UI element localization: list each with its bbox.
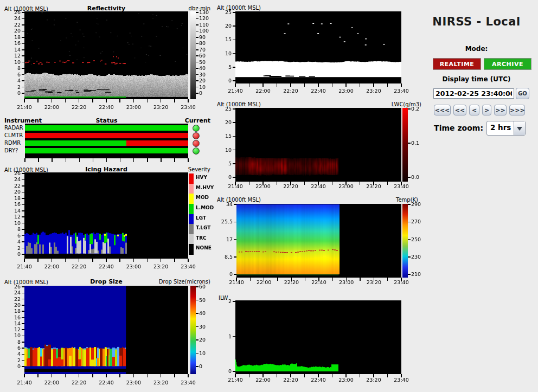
display-time-input[interactable] bbox=[433, 88, 514, 99]
colorbar-tick bbox=[196, 12, 198, 13]
x-axis-tick bbox=[106, 259, 107, 262]
y-axis-label: 10 bbox=[3, 220, 21, 226]
status-axis-tick bbox=[120, 158, 121, 162]
y-axis-tick bbox=[22, 323, 24, 324]
realtime-button[interactable]: REALTIME bbox=[433, 58, 481, 70]
archive-button[interactable]: ARCHIVE bbox=[484, 58, 531, 70]
colorbar-tick-label: 230 bbox=[411, 254, 421, 260]
nav-step-back-button[interactable]: < bbox=[469, 105, 479, 115]
x-axis-tick bbox=[345, 374, 347, 377]
x-axis-tick bbox=[174, 99, 175, 102]
time-zoom-label: Time zoom: bbox=[415, 124, 483, 132]
y-axis-label: 5 bbox=[214, 160, 232, 166]
x-axis-label: 22:20 bbox=[70, 104, 88, 110]
colorbar-tick-label: 80 bbox=[199, 40, 206, 46]
y-axis-tick bbox=[22, 360, 24, 361]
y-axis-label: 6 bbox=[3, 72, 21, 78]
time-zoom-dropdown[interactable]: 2 hrs bbox=[486, 121, 526, 136]
y-axis-tick bbox=[233, 67, 235, 68]
x-axis-tick bbox=[52, 374, 53, 377]
x-axis-label: 21:40 bbox=[15, 264, 34, 269]
y-axis-tick bbox=[22, 311, 24, 312]
icing-colorbar-label: Severity bbox=[156, 166, 210, 172]
status-axis-tick bbox=[24, 158, 25, 162]
colorbar-tick bbox=[196, 43, 198, 44]
y-axis-tick bbox=[234, 274, 236, 275]
colorbar bbox=[190, 11, 196, 99]
x-axis-tick bbox=[65, 259, 66, 262]
x-axis-tick bbox=[401, 278, 402, 281]
colorbar-tick-label: 250 bbox=[411, 236, 421, 242]
y-axis-label: 16 bbox=[3, 40, 21, 46]
colorbar-tick-label: 0 bbox=[199, 363, 202, 369]
x-axis-tick bbox=[92, 99, 93, 102]
colorbar-tick bbox=[408, 256, 411, 258]
y-axis-tick bbox=[22, 198, 24, 199]
go-button[interactable]: GO bbox=[516, 88, 529, 99]
status-axis-tick bbox=[106, 158, 107, 162]
x-axis-label: 22:00 bbox=[42, 380, 61, 385]
y-axis-tick bbox=[233, 53, 235, 54]
severity-segment bbox=[189, 234, 194, 245]
nav-forward-button[interactable]: >> bbox=[494, 105, 507, 115]
severity-label: L.MOD bbox=[196, 205, 214, 210]
time-nav-buttons: <<< << < > >> >>> bbox=[434, 105, 527, 115]
x-axis-tick bbox=[106, 374, 107, 377]
x-axis-tick bbox=[262, 374, 264, 377]
x-axis-tick bbox=[387, 374, 388, 377]
y-axis-tick bbox=[22, 336, 24, 337]
x-axis-tick bbox=[174, 374, 175, 377]
y-axis-label: 8 bbox=[3, 65, 21, 71]
icing-plot bbox=[24, 172, 188, 259]
x-axis-tick bbox=[277, 278, 278, 281]
x-axis-tick bbox=[92, 374, 93, 377]
y-axis-label: 24 bbox=[3, 290, 21, 295]
colorbar-tick bbox=[196, 24, 198, 25]
y-axis-tick bbox=[22, 18, 24, 20]
y-axis-label: 10 bbox=[3, 59, 21, 65]
colorbar-tick-label: 60 bbox=[199, 53, 206, 59]
status-axis-tick bbox=[79, 158, 80, 162]
x-axis-tick bbox=[332, 278, 334, 281]
y-axis-tick bbox=[233, 25, 235, 27]
status-axis-tick bbox=[161, 158, 162, 162]
colorbar-tick bbox=[196, 326, 198, 327]
colorbar-tick-label: 30 bbox=[199, 72, 206, 78]
colorbar-tick-label: 0.1 bbox=[411, 140, 419, 146]
colorbar-tick-label: 70 bbox=[199, 47, 206, 53]
x-axis-tick bbox=[262, 83, 264, 87]
status-axis-tick bbox=[52, 158, 53, 162]
y-axis-label: 22 bbox=[3, 22, 21, 28]
colorbar-tick bbox=[196, 49, 198, 50]
status-current-dot bbox=[193, 132, 200, 139]
x-axis-label: 23:00 bbox=[124, 104, 143, 110]
nav-fast-back-button[interactable]: <<< bbox=[434, 105, 451, 115]
y-axis-label: 8.5 bbox=[215, 254, 233, 260]
nav-fast-forward-button[interactable]: >>> bbox=[509, 105, 525, 115]
x-axis-label: 23:40 bbox=[179, 104, 197, 110]
y-axis-label: 4 bbox=[3, 78, 21, 83]
nav-step-forward-button[interactable]: > bbox=[482, 105, 491, 115]
y-axis-label: 25 bbox=[214, 9, 232, 15]
colorbar-tick bbox=[408, 143, 411, 144]
nav-back-button[interactable]: << bbox=[453, 105, 466, 115]
y-axis-tick bbox=[22, 286, 24, 287]
x-axis-label: 23:40 bbox=[392, 377, 411, 383]
y-axis-tick bbox=[22, 31, 24, 32]
y-axis-label: 10 bbox=[3, 332, 21, 338]
x-axis-label: 23:20 bbox=[152, 264, 170, 269]
x-axis-tick bbox=[387, 83, 388, 87]
x-axis-label: 23:20 bbox=[364, 88, 383, 94]
y-axis-tick bbox=[22, 24, 24, 25]
x-axis-tick bbox=[318, 182, 319, 185]
x-axis-tick bbox=[262, 182, 264, 185]
chevron-down-icon[interactable] bbox=[514, 121, 525, 135]
status-row-label: RADAR bbox=[4, 125, 23, 131]
x-axis-label: 23:00 bbox=[124, 264, 143, 269]
reflectivity-plot bbox=[24, 11, 188, 99]
mode-label: Mode: bbox=[415, 45, 538, 53]
y-axis-label: 14 bbox=[3, 208, 21, 214]
y-axis-label: 1 bbox=[214, 333, 232, 339]
x-axis-tick bbox=[264, 278, 265, 281]
y-axis-label: 4 bbox=[3, 239, 21, 245]
